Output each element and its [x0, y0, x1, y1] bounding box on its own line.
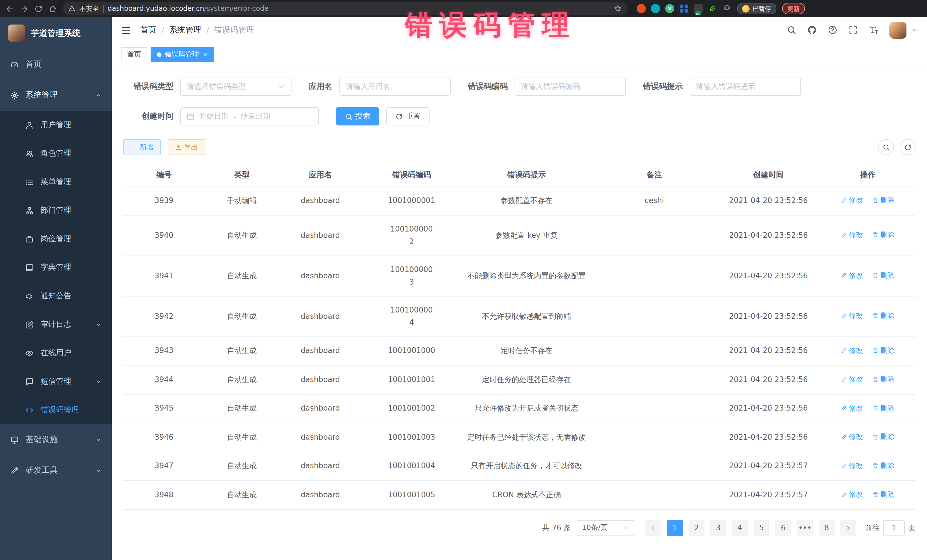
- edit-link[interactable]: 修改: [841, 344, 863, 357]
- table-row: 3946 自动生成 dashboard 1001001003 定时任务已经处于该…: [123, 423, 916, 452]
- vue-devtools-icon[interactable]: V: [665, 4, 674, 13]
- error-code-input[interactable]: 请输入错误码编码: [515, 77, 626, 96]
- page-button-8[interactable]: 8: [819, 520, 834, 536]
- tab-error-code[interactable]: 错误码管理 ×: [150, 47, 214, 62]
- edit-link[interactable]: 修改: [841, 488, 863, 501]
- extension-icon-red[interactable]: [637, 4, 646, 13]
- add-button[interactable]: 新增: [123, 139, 161, 155]
- edit-icon: [841, 463, 847, 469]
- breadcrumb-system[interactable]: 系统管理: [169, 25, 201, 35]
- sidebar-item-sms-mgmt[interactable]: 短信管理: [0, 367, 112, 396]
- home-icon[interactable]: [49, 4, 57, 13]
- sidebar-item-post-mgmt[interactable]: 岗位管理: [0, 225, 112, 253]
- github-icon[interactable]: [807, 25, 817, 35]
- search-icon[interactable]: [787, 25, 796, 35]
- delete-link[interactable]: 删除: [872, 431, 895, 443]
- update-button[interactable]: 更新: [782, 3, 805, 14]
- refresh-table-button[interactable]: [900, 139, 916, 155]
- tab-home[interactable]: 首页: [121, 47, 147, 62]
- table-row: 3947 自动生成 dashboard 1001001004 只有开启状态的任务…: [123, 452, 916, 480]
- table-header-row: 编号 类型 应用名 错误码编码 错误码提示 备注 创建时间 操作: [123, 164, 916, 186]
- reload-icon[interactable]: [34, 4, 43, 13]
- reset-button[interactable]: 重置: [386, 107, 430, 126]
- sidebar-item-error-code[interactable]: 错误码管理: [0, 396, 112, 424]
- delete-link[interactable]: 删除: [872, 229, 895, 241]
- edit-link[interactable]: 修改: [841, 229, 863, 241]
- delete-link[interactable]: 删除: [872, 194, 895, 206]
- sidebar-item-notice[interactable]: 通知公告: [0, 282, 112, 310]
- font-size-icon[interactable]: [869, 25, 878, 35]
- sidebar-item-infrastructure[interactable]: 基础设施: [0, 424, 112, 455]
- extensions-puzzle-icon[interactable]: [722, 4, 731, 13]
- sidebar-item-menu-mgmt[interactable]: 菜单管理: [0, 168, 112, 196]
- page-size-select[interactable]: 10条/页: [577, 520, 634, 536]
- page-button-4[interactable]: 4: [732, 520, 748, 536]
- page-button-1[interactable]: 1: [667, 520, 683, 536]
- delete-link[interactable]: 删除: [872, 344, 895, 357]
- toggle-search-button[interactable]: [878, 139, 894, 155]
- export-button[interactable]: 导出: [168, 139, 205, 155]
- page-button-3[interactable]: 3: [710, 520, 726, 536]
- delete-link[interactable]: 删除: [872, 402, 895, 414]
- extension-icon-teal[interactable]: [651, 4, 660, 13]
- refresh-icon: [395, 112, 403, 120]
- edit-link[interactable]: 修改: [841, 269, 863, 282]
- sidebar-item-role-mgmt[interactable]: 角色管理: [0, 139, 112, 168]
- edit-link[interactable]: 修改: [841, 373, 863, 385]
- page-button-6[interactable]: 6: [775, 520, 791, 536]
- app-name-input[interactable]: 请输入应用名: [339, 77, 451, 96]
- warning-icon: [68, 5, 75, 12]
- extension-icon-switch[interactable]: on: [694, 4, 703, 13]
- edit-link[interactable]: 修改: [841, 431, 863, 443]
- col-header-ops: 操作: [820, 164, 916, 186]
- trash-icon: [872, 434, 878, 440]
- edit-icon: [841, 232, 847, 238]
- breadcrumb-home[interactable]: 首页: [140, 25, 156, 35]
- delete-link[interactable]: 删除: [872, 310, 895, 322]
- security-badge[interactable]: 不安全: [79, 4, 99, 13]
- next-page-button[interactable]: [840, 520, 856, 536]
- date-range-picker[interactable]: 开始日期 - 结束日期: [180, 107, 319, 126]
- user-avatar[interactable]: [889, 21, 906, 38]
- error-hint-input[interactable]: 请输入错误码提示: [690, 77, 801, 96]
- sidebar-item-audit-log[interactable]: 审计日志: [0, 310, 112, 339]
- close-icon[interactable]: ×: [202, 51, 208, 58]
- prev-page-button[interactable]: [645, 520, 661, 536]
- edit-link[interactable]: 修改: [841, 402, 863, 414]
- sidebar-item-dev-tools[interactable]: 研发工具: [0, 455, 112, 486]
- back-icon[interactable]: [6, 4, 14, 13]
- delete-link[interactable]: 删除: [872, 269, 895, 282]
- refresh-icon: [904, 143, 911, 151]
- edit-link[interactable]: 修改: [841, 459, 863, 472]
- caret-down-icon[interactable]: [912, 27, 918, 33]
- sidebar-item-dept-mgmt[interactable]: 部门管理: [0, 196, 112, 225]
- col-header-code: 错误码编码: [362, 164, 462, 186]
- edit-link[interactable]: 修改: [841, 310, 863, 322]
- breadcrumb: 首页 / 系统管理 / 错误码管理: [140, 25, 254, 35]
- fullscreen-icon[interactable]: [848, 25, 858, 35]
- bookmark-star-icon[interactable]: [614, 5, 622, 12]
- search-button[interactable]: 搜索: [336, 107, 379, 126]
- page-button-5[interactable]: 5: [754, 520, 769, 536]
- page-button-2[interactable]: 2: [688, 520, 705, 536]
- help-icon[interactable]: [828, 25, 837, 35]
- delete-link[interactable]: 删除: [872, 373, 895, 385]
- extension-icon-leaf[interactable]: [708, 4, 717, 13]
- address-bar[interactable]: 不安全 dashboard.yudao.iocoder.cn/system/er…: [63, 2, 628, 15]
- error-type-select[interactable]: 请选择错误码类型: [180, 77, 292, 96]
- page-more-button[interactable]: •••: [797, 520, 813, 536]
- sidebar-item-dict-mgmt[interactable]: 字典管理: [0, 253, 112, 282]
- extension-icon-grid[interactable]: [679, 4, 688, 13]
- sidebar-item-home[interactable]: 首页: [0, 49, 112, 80]
- audit-log-icon: [25, 320, 33, 329]
- paused-badge[interactable]: 已暂停: [737, 3, 777, 14]
- forward-icon[interactable]: [20, 4, 29, 13]
- goto-page-input[interactable]: [883, 520, 905, 536]
- hamburger-icon[interactable]: [121, 25, 131, 35]
- sidebar-item-user-mgmt[interactable]: 用户管理: [0, 111, 112, 139]
- sidebar-item-online-users[interactable]: 在线用户: [0, 339, 112, 367]
- edit-link[interactable]: 修改: [841, 194, 863, 206]
- delete-link[interactable]: 删除: [872, 459, 895, 472]
- sidebar-item-system[interactable]: 系统管理: [0, 80, 112, 111]
- delete-link[interactable]: 删除: [872, 488, 895, 501]
